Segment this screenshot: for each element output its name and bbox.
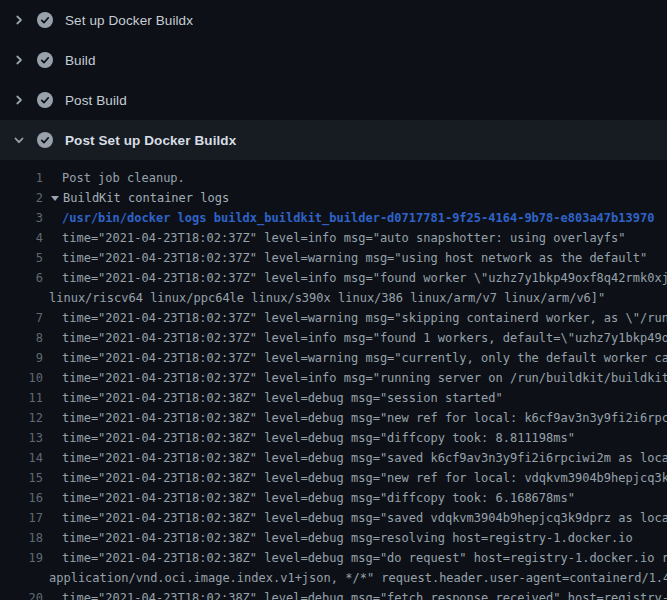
chevron-down-icon xyxy=(13,134,25,146)
log-line-number[interactable]: 14 xyxy=(0,448,43,468)
log-line-text: time="2021-04-23T18:02:37Z" level=info m… xyxy=(62,368,667,388)
log-line-number[interactable]: 3 xyxy=(0,208,43,228)
log-line-text: time="2021-04-23T18:02:38Z" level=debug … xyxy=(62,488,575,508)
chevron-right-icon xyxy=(13,94,25,106)
log-line: 12time="2021-04-23T18:02:38Z" level=debu… xyxy=(0,408,667,428)
log-command-text: /usr/bin/docker logs buildx_buildkit_bui… xyxy=(62,208,654,228)
log-line: 17time="2021-04-23T18:02:38Z" level=debu… xyxy=(0,508,667,528)
log-line-text: time="2021-04-23T18:02:38Z" level=debug … xyxy=(62,528,633,548)
step-list: Set up Docker BuildxBuildPost BuildPost … xyxy=(0,0,667,160)
log-line-number[interactable]: 7 xyxy=(0,308,43,328)
log-line: 20time="2021-04-23T18:02:38Z" level=debu… xyxy=(0,588,667,600)
step-title: Post Set up Docker Buildx xyxy=(65,133,236,148)
log-line: 19time="2021-04-23T18:02:38Z" level=debu… xyxy=(0,548,667,568)
log-line-number[interactable]: 6 xyxy=(0,268,43,288)
log-line: 2BuildKit container logs xyxy=(0,188,667,208)
log-line-text: time="2021-04-23T18:02:37Z" level=warnin… xyxy=(62,308,667,328)
log-line: 13time="2021-04-23T18:02:38Z" level=debu… xyxy=(0,428,667,448)
log-line: 5time="2021-04-23T18:02:37Z" level=warni… xyxy=(0,248,667,268)
log-line-text: time="2021-04-23T18:02:38Z" level=debug … xyxy=(62,468,667,488)
log-line-continuation: application/vnd.oci.image.index.v1+json,… xyxy=(0,568,667,588)
step-title: Set up Docker Buildx xyxy=(65,13,193,28)
log-line-number[interactable]: 2 xyxy=(0,188,43,208)
log-line-number[interactable]: 13 xyxy=(0,428,43,448)
log-line-number[interactable]: 10 xyxy=(0,368,43,388)
log-line: 10time="2021-04-23T18:02:37Z" level=info… xyxy=(0,368,667,388)
log-line-text: application/vnd.oci.image.index.v1+json,… xyxy=(49,568,667,588)
step-row-post-set-up-docker-buildx[interactable]: Post Set up Docker Buildx xyxy=(0,120,667,160)
log-line: 18time="2021-04-23T18:02:38Z" level=debu… xyxy=(0,528,667,548)
log-line-number[interactable]: 5 xyxy=(0,248,43,268)
log-line-text: time="2021-04-23T18:02:37Z" level=info m… xyxy=(62,268,667,288)
log-line-number[interactable]: 8 xyxy=(0,328,43,348)
log-line-number[interactable]: 12 xyxy=(0,408,43,428)
log-line-text: time="2021-04-23T18:02:38Z" level=debug … xyxy=(62,448,667,468)
log-line: 7time="2021-04-23T18:02:37Z" level=warni… xyxy=(0,308,667,328)
log-line: 1Post job cleanup. xyxy=(0,168,667,188)
log-line: 15time="2021-04-23T18:02:38Z" level=debu… xyxy=(0,468,667,488)
group-caret-icon xyxy=(51,196,59,201)
log-line: 8time="2021-04-23T18:02:37Z" level=info … xyxy=(0,328,667,348)
step-title: Build xyxy=(65,53,96,68)
chevron-right-icon xyxy=(13,54,25,66)
log-line-continuation: linux/riscv64 linux/ppc64le linux/s390x … xyxy=(0,288,667,308)
log-line-number[interactable]: 20 xyxy=(0,588,43,600)
chevron-right-icon xyxy=(13,14,25,26)
log-line-text: time="2021-04-23T18:02:38Z" level=debug … xyxy=(62,548,667,568)
step-row-build[interactable]: Build xyxy=(0,40,667,80)
log-line-text: time="2021-04-23T18:02:38Z" level=debug … xyxy=(62,588,667,600)
check-circle-icon xyxy=(37,132,53,148)
log-line-number[interactable]: 15 xyxy=(0,468,43,488)
log-line: 4time="2021-04-23T18:02:37Z" level=info … xyxy=(0,228,667,248)
log-line: 11time="2021-04-23T18:02:38Z" level=debu… xyxy=(0,388,667,408)
log-line-text: time="2021-04-23T18:02:38Z" level=debug … xyxy=(62,508,667,528)
check-circle-icon xyxy=(37,92,53,108)
step-row-set-up-docker-buildx[interactable]: Set up Docker Buildx xyxy=(0,0,667,40)
log-line-number[interactable]: 17 xyxy=(0,508,43,528)
log-line-number[interactable]: 4 xyxy=(0,228,43,248)
step-row-post-build[interactable]: Post Build xyxy=(0,80,667,120)
log-line-number[interactable]: 1 xyxy=(0,168,43,188)
log-line-text: time="2021-04-23T18:02:38Z" level=debug … xyxy=(62,408,667,428)
step-title: Post Build xyxy=(65,93,127,108)
log-line: 6time="2021-04-23T18:02:37Z" level=info … xyxy=(0,268,667,288)
log-line-text: time="2021-04-23T18:02:37Z" level=info m… xyxy=(62,328,667,348)
log-line: 14time="2021-04-23T18:02:38Z" level=debu… xyxy=(0,448,667,468)
log-line-number[interactable]: 9 xyxy=(0,348,43,368)
check-circle-icon xyxy=(37,52,53,68)
log-line-text: Post job cleanup. xyxy=(62,168,185,188)
log-line: 3/usr/bin/docker logs buildx_buildkit_bu… xyxy=(0,208,667,228)
log-line-text: time="2021-04-23T18:02:38Z" level=debug … xyxy=(62,388,503,408)
log-area: 1Post job cleanup.2BuildKit container lo… xyxy=(0,160,667,600)
check-circle-icon xyxy=(37,12,53,28)
log-line-number[interactable]: 18 xyxy=(0,528,43,548)
log-line-number[interactable]: 11 xyxy=(0,388,43,408)
log-line-text: time="2021-04-23T18:02:38Z" level=debug … xyxy=(62,428,575,448)
log-group-title[interactable]: BuildKit container logs xyxy=(63,188,229,208)
log-line-text: linux/riscv64 linux/ppc64le linux/s390x … xyxy=(49,288,605,308)
log-line-number[interactable]: 16 xyxy=(0,488,43,508)
log-line-text: time="2021-04-23T18:02:37Z" level=info m… xyxy=(62,228,626,248)
log-line: 16time="2021-04-23T18:02:38Z" level=debu… xyxy=(0,488,667,508)
log-line-number[interactable]: 19 xyxy=(0,548,43,568)
log-line-text: time="2021-04-23T18:02:37Z" level=warnin… xyxy=(62,348,667,368)
log-line-text: time="2021-04-23T18:02:37Z" level=warnin… xyxy=(62,248,647,268)
log-line: 9time="2021-04-23T18:02:37Z" level=warni… xyxy=(0,348,667,368)
